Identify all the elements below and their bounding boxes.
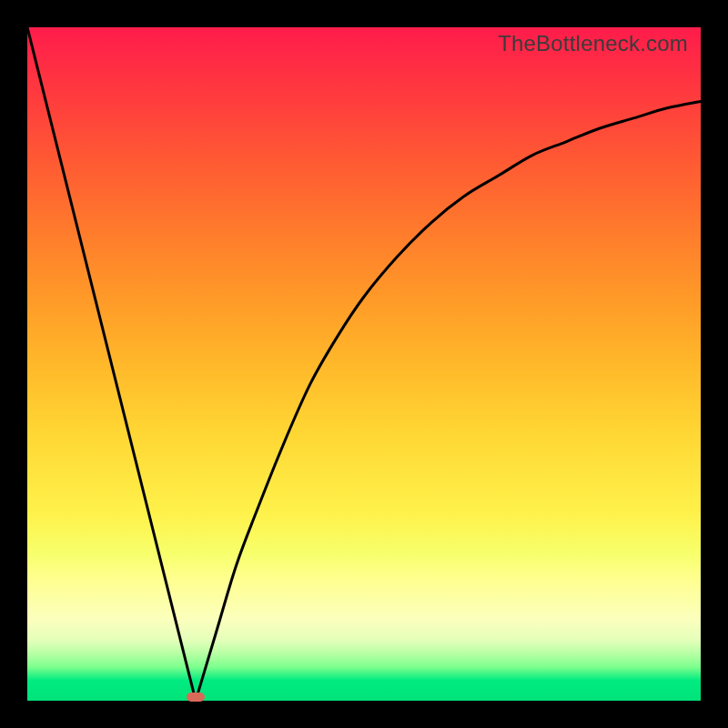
minimum-marker	[187, 693, 205, 702]
chart-frame: TheBottleneck.com	[0, 0, 728, 728]
bottleneck-curve	[27, 27, 701, 701]
plot-area: TheBottleneck.com	[27, 27, 701, 701]
curve-path	[27, 27, 701, 701]
